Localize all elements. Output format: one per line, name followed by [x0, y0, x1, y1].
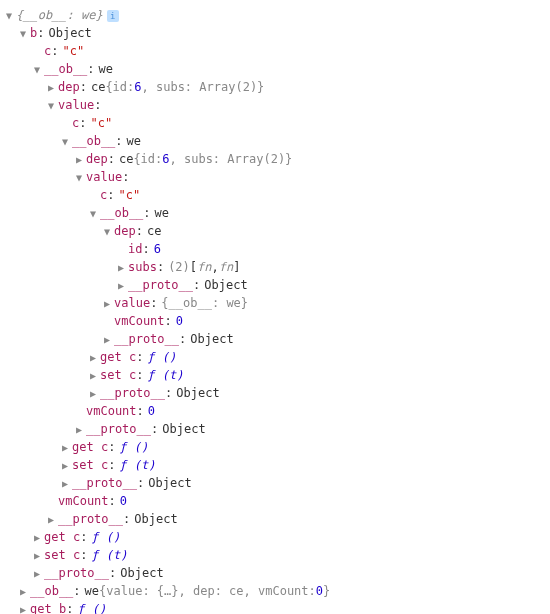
- token-num: 6: [154, 240, 161, 258]
- token-gray: (2): [168, 258, 190, 276]
- token-num: 0: [148, 402, 155, 420]
- tree-row[interactable]: dep: ce {id: 6, subs: Array(2)}: [4, 78, 546, 96]
- chevron-right-icon[interactable]: [116, 278, 126, 293]
- tree-row[interactable]: c: "c": [4, 186, 546, 204]
- tree-row[interactable]: dep: ce: [4, 222, 546, 240]
- chevron-down-icon[interactable]: [4, 8, 14, 23]
- token-gray: {id:: [105, 78, 134, 96]
- token-key: c: [100, 186, 107, 204]
- chevron-down-icon[interactable]: [60, 134, 70, 149]
- chevron-right-icon[interactable]: [74, 422, 84, 437]
- token-colon: :: [109, 564, 116, 582]
- tree-row[interactable]: value: {__ob__: we}: [4, 294, 546, 312]
- chevron-down-icon[interactable]: [102, 224, 112, 239]
- chevron-right-icon[interactable]: [74, 152, 84, 167]
- tree-row[interactable]: __ob__: we: [4, 60, 546, 78]
- token-key: __ob__: [72, 132, 115, 150]
- chevron-right-icon[interactable]: [46, 512, 56, 527]
- tree-row[interactable]: set c: ƒ (t): [4, 546, 546, 564]
- tree-row[interactable]: set c: ƒ (t): [4, 366, 546, 384]
- token-colon: :: [80, 78, 87, 96]
- token-gray: , subs: Array(2)}: [170, 150, 293, 168]
- chevron-right-icon[interactable]: [60, 458, 70, 473]
- tree-row[interactable]: vmCount: 0: [4, 312, 546, 330]
- token-colon: :: [66, 600, 73, 614]
- chevron-right-icon[interactable]: [60, 476, 70, 491]
- chevron-down-icon[interactable]: [88, 206, 98, 221]
- tree-row[interactable]: value:: [4, 168, 546, 186]
- tree-row[interactable]: __ob__: we: [4, 204, 546, 222]
- token-str: "c": [118, 186, 140, 204]
- chevron-right-icon[interactable]: [46, 80, 56, 95]
- tree-row[interactable]: dep: ce {id: 6, subs: Array(2)}: [4, 150, 546, 168]
- tree-row[interactable]: get b: ƒ (): [4, 600, 546, 614]
- token-key: id: [128, 240, 142, 258]
- tree-row[interactable]: {__ob__: we}i: [4, 6, 546, 24]
- chevron-down-icon[interactable]: [18, 26, 28, 41]
- token-key: __proto__: [128, 276, 193, 294]
- token-colon: :: [37, 24, 44, 42]
- chevron-right-icon[interactable]: [88, 386, 98, 401]
- tree-row[interactable]: set c: ƒ (t): [4, 456, 546, 474]
- token-key: vmCount: [86, 402, 137, 420]
- tree-row[interactable]: __proto__: Object: [4, 420, 546, 438]
- tree-row[interactable]: __proto__: Object: [4, 330, 546, 348]
- tree-row[interactable]: __ob__: we {value: {…}, dep: ce, vmCount…: [4, 582, 546, 600]
- token-colon: :: [108, 150, 115, 168]
- tree-row[interactable]: get c: ƒ (): [4, 348, 546, 366]
- tree-row[interactable]: subs: (2) [fn, fn]: [4, 258, 546, 276]
- token-key: __proto__: [86, 420, 151, 438]
- token-num: 0: [316, 582, 323, 600]
- token-key: __proto__: [44, 564, 109, 582]
- tree-row[interactable]: get c: ƒ (): [4, 438, 546, 456]
- tree-row[interactable]: __ob__: we: [4, 132, 546, 150]
- token-key: c: [44, 42, 51, 60]
- token-colon: :: [165, 312, 172, 330]
- tree-row[interactable]: vmCount: 0: [4, 402, 546, 420]
- tree-row[interactable]: c: "c": [4, 42, 546, 60]
- token-gray: {id:: [133, 150, 162, 168]
- tree-row[interactable]: id: 6: [4, 240, 546, 258]
- tree-row[interactable]: __proto__: Object: [4, 510, 546, 528]
- token-key: value: [114, 294, 150, 312]
- token-fn: ƒ (): [119, 438, 148, 456]
- chevron-right-icon[interactable]: [88, 350, 98, 365]
- tree-row[interactable]: __proto__: Object: [4, 276, 546, 294]
- chevron-right-icon[interactable]: [102, 296, 112, 311]
- chevron-right-icon[interactable]: [18, 584, 28, 599]
- chevron-right-icon[interactable]: [32, 548, 42, 563]
- token-type: Object: [176, 384, 219, 402]
- tree-row[interactable]: b: Object: [4, 24, 546, 42]
- chevron-right-icon[interactable]: [116, 260, 126, 275]
- token-colon: :: [108, 438, 115, 456]
- token-key: set c: [100, 366, 136, 384]
- token-key: dep: [58, 78, 80, 96]
- token-str: "c": [90, 114, 112, 132]
- chevron-right-icon[interactable]: [32, 530, 42, 545]
- tree-row[interactable]: value:: [4, 96, 546, 114]
- chevron-right-icon[interactable]: [32, 566, 42, 581]
- info-icon[interactable]: i: [107, 10, 119, 22]
- chevron-down-icon[interactable]: [32, 62, 42, 77]
- chevron-right-icon[interactable]: [18, 602, 28, 614]
- tree-row[interactable]: __proto__: Object: [4, 384, 546, 402]
- tree-row[interactable]: get c: ƒ (): [4, 528, 546, 546]
- chevron-right-icon[interactable]: [88, 368, 98, 383]
- chevron-down-icon[interactable]: [74, 170, 84, 185]
- token-key: b: [30, 24, 37, 42]
- token-key: dep: [86, 150, 108, 168]
- token-colon: :: [143, 204, 150, 222]
- tree-row[interactable]: vmCount: 0: [4, 492, 546, 510]
- chevron-down-icon[interactable]: [46, 98, 56, 113]
- tree-row[interactable]: __proto__: Object: [4, 474, 546, 492]
- chevron-right-icon[interactable]: [102, 332, 112, 347]
- tree-row[interactable]: c: "c": [4, 114, 546, 132]
- chevron-right-icon[interactable]: [60, 440, 70, 455]
- token-key: get c: [44, 528, 80, 546]
- token-colon: :: [142, 240, 149, 258]
- token-key: __ob__: [30, 582, 73, 600]
- object-tree: {__ob__: we}ib: Objectc: "c"__ob__: wede…: [4, 6, 546, 614]
- token-num: 0: [176, 312, 183, 330]
- token-colon: :: [157, 258, 164, 276]
- tree-row[interactable]: __proto__: Object: [4, 564, 546, 582]
